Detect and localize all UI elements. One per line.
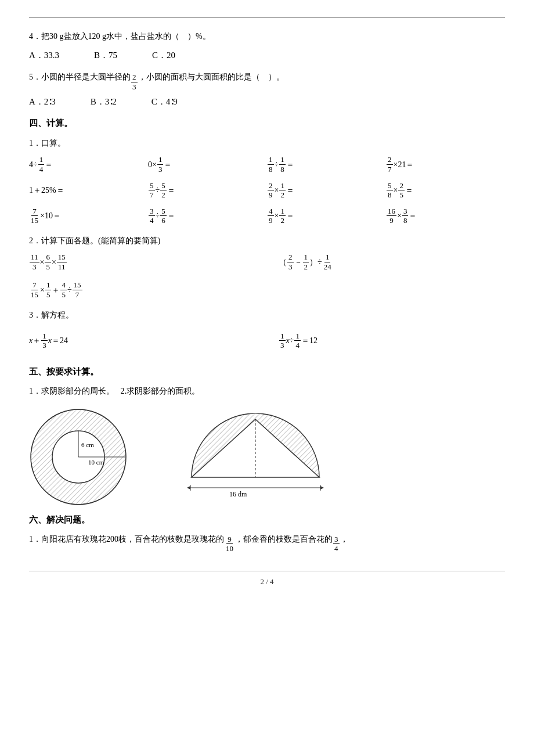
circle-svg: 6 cm 10 cm xyxy=(29,408,128,506)
calc-item-7: 29 × 12 ＝ xyxy=(267,181,386,200)
question-4: 4．把30 g盐放入120 g水中，盐占盐水的（ ）%。 xyxy=(29,28,505,45)
calc-item-11: 49 × 12 ＝ xyxy=(267,207,386,225)
calc-item-10: 34 ÷ 56 ＝ xyxy=(148,207,267,225)
calc2-item2: （ 23 － 12 ）÷ 124 xyxy=(279,253,505,271)
sub3-title: 3．解方程。 xyxy=(29,308,505,322)
q5-text2: ，小圆的面积与大圆面积的比是（ ）。 xyxy=(138,69,284,85)
svg-text:16 dm: 16 dm xyxy=(229,490,247,498)
semi-svg: 16 dm xyxy=(186,413,325,506)
page: 4．把30 g盐放入120 g水中，盐占盐水的（ ）%。 A．33.3 B．75… xyxy=(29,17,505,588)
eq2: 13 x÷ 14 ＝12 xyxy=(279,330,505,351)
section6-q1: 1．向阳花店有玫瑰花200枝，百合花的枝数是玫瑰花的 910 ，郁金香的枝数是百… xyxy=(29,531,505,553)
calc-item-2: 0× 13 ＝ xyxy=(148,155,267,174)
q4-opt-a: A．33.3 xyxy=(29,48,59,63)
section5-title: 五、按要求计算。 xyxy=(29,364,505,380)
q5-opt-c: C．4∶9 xyxy=(151,94,178,110)
svg-marker-21 xyxy=(187,486,190,489)
calc-item-6: 57 ÷ 52 ＝ xyxy=(148,181,267,200)
calc-item-9: 715 ×10＝ xyxy=(29,207,148,225)
svg-text:10 cm: 10 cm xyxy=(88,459,104,466)
section6-title: 六、解决问题。 xyxy=(29,512,505,528)
svg-marker-22 xyxy=(320,486,324,489)
diagram-row: 6 cm 10 cm xyxy=(29,408,505,506)
q4-options: A．33.3 B．75 C．20 xyxy=(29,48,505,63)
calc2-item3: 715 × 15 ＋ 45 ÷ 157 xyxy=(29,280,505,299)
semi-diagram: 16 dm xyxy=(186,413,325,506)
top-divider xyxy=(29,17,505,18)
section4-title: 四、计算。 xyxy=(29,116,505,131)
q4-opt-b: B．75 xyxy=(94,48,117,63)
calc-item-5: 1＋25%＝ xyxy=(29,181,148,200)
section5-sub: 1．求阴影部分的周长。 2.求阴影部分的面积。 xyxy=(29,383,505,399)
calc-item-8: 58 × 25 ＝ xyxy=(386,181,505,200)
page-number: 2 / 4 xyxy=(29,571,505,588)
eq1: x＋ 13 x＝24 xyxy=(29,330,255,351)
q5-frac: 23 xyxy=(131,73,138,91)
sub2-title: 2．计算下面各题。(能简算的要简算) xyxy=(29,233,505,248)
calc-item-3: 18 ÷ 18 ＝ xyxy=(267,155,386,174)
svg-text:6 cm: 6 cm xyxy=(81,441,94,448)
calc-item-12: 169 × 38 ＝ xyxy=(386,207,505,225)
q5-opt-a: A．2∶3 xyxy=(29,94,56,110)
calc-item-1: 4÷ 14 ＝ xyxy=(29,155,148,174)
mental-math-grid: 4÷ 14 ＝ 0× 13 ＝ 18 ÷ 18 ＝ 27 ×21＝ 1＋25%＝… xyxy=(29,155,505,225)
question-5: 5．小圆的半径是大圆半径的 23 ，小圆的面积与大圆面积的比是（ ）。 xyxy=(29,69,505,91)
calc2-item1: 113 × 65 × 1511 xyxy=(29,253,255,271)
q4-text: 4．把30 g盐放入120 g水中，盐占盐水的（ ）%。 xyxy=(29,28,211,45)
q4-opt-c: C．20 xyxy=(152,48,175,63)
sub1-title: 1．口算。 xyxy=(29,136,505,150)
q5-text: 5．小圆的半径是大圆半径的 xyxy=(29,69,131,85)
q5-options: A．2∶3 B．3∶2 C．4∶9 xyxy=(29,94,505,110)
calc-grid-3: 113 × 65 × 1511 （ 23 － 12 ）÷ 124 715 × 1… xyxy=(29,253,505,299)
circle-diagram: 6 cm 10 cm xyxy=(29,408,128,506)
section5-sub1: 1．求阴影部分的周长。 2.求阴影部分的面积。 xyxy=(29,383,200,399)
q5-opt-b: B．3∶2 xyxy=(91,94,117,110)
calc-item-4: 27 ×21＝ xyxy=(386,155,505,174)
